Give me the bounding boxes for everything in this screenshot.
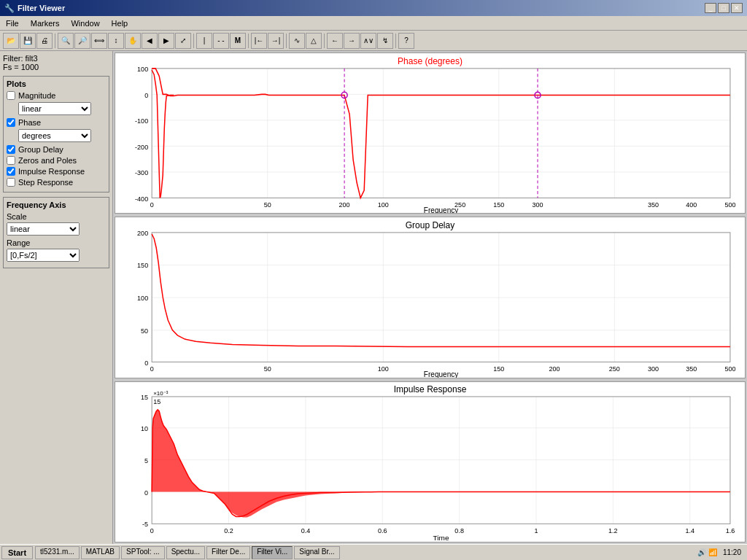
svg-text:150: 150: [493, 201, 504, 209]
taskbar-item-5[interactable]: Filter Vi...: [252, 546, 293, 559]
svg-text:500: 500: [724, 365, 735, 373]
mode1-button[interactable]: ∿: [289, 33, 305, 49]
marker-m-button[interactable]: M: [230, 33, 246, 49]
svg-text:5: 5: [144, 456, 148, 464]
svg-text:100: 100: [378, 365, 389, 373]
taskbar-item-3[interactable]: Spectu...: [166, 546, 205, 559]
phase-unit-select[interactable]: degrees radians: [18, 129, 91, 142]
system-tray: 🔊 📶: [697, 548, 717, 556]
help-button[interactable]: ?: [398, 33, 414, 49]
zeros-poles-row: Zeros and Poles: [7, 156, 106, 165]
pan-button[interactable]: ✋: [125, 33, 141, 49]
svg-text:50: 50: [141, 327, 148, 335]
left-panel: Filter: filt3 Fs = 1000 Plots Magnitude …: [0, 51, 113, 544]
snap-button[interactable]: |←: [251, 33, 267, 49]
svg-text:100: 100: [378, 201, 389, 209]
menu-bar: File Markers Window Help: [0, 16, 747, 31]
zeros-poles-checkbox[interactable]: [7, 156, 15, 165]
plots-group: Plots Magnitude linear dB Phase degrees …: [3, 76, 109, 192]
svg-text:150: 150: [137, 262, 148, 269]
svg-text:150: 150: [493, 365, 504, 373]
step-row: Step Response: [7, 178, 106, 187]
taskbar-item-2[interactable]: SPTool: ...: [121, 546, 165, 559]
marker-dashed-button[interactable]: - -: [213, 33, 229, 49]
arrow-right-button[interactable]: →: [344, 33, 360, 49]
range-label: Range: [7, 238, 106, 247]
svg-text:0.8: 0.8: [454, 527, 464, 534]
taskbar: Start tl5231.m... MATLAB SPTool: ... Spe…: [0, 544, 747, 560]
zoom-in-button[interactable]: 🔍: [58, 33, 74, 49]
forward-button[interactable]: ▶: [158, 33, 174, 49]
maximize-button[interactable]: □: [718, 3, 729, 13]
mode4-button[interactable]: ↯: [377, 33, 393, 49]
magnitude-checkbox[interactable]: [7, 91, 15, 100]
phase-checkbox[interactable]: [7, 118, 15, 127]
svg-text:0: 0: [150, 527, 154, 534]
svg-text:1.2: 1.2: [608, 527, 618, 534]
plots-area: Phase (degrees): [113, 51, 747, 544]
toolbar-sep-5: [324, 34, 325, 48]
close-button[interactable]: ✕: [731, 3, 743, 13]
back-button[interactable]: ◀: [142, 33, 158, 49]
svg-text:50: 50: [264, 365, 271, 373]
phase-row: Phase: [7, 118, 106, 127]
mode2-button[interactable]: △: [306, 33, 322, 49]
svg-text:250: 250: [609, 365, 620, 373]
menu-help[interactable]: Help: [109, 18, 131, 28]
snap2-button[interactable]: →|: [268, 33, 284, 49]
magnitude-scale-select[interactable]: linear dB: [18, 102, 91, 115]
fit-button[interactable]: ⤢: [175, 33, 191, 49]
taskbar-item-6[interactable]: Signal Br...: [294, 546, 339, 559]
svg-text:0.2: 0.2: [224, 527, 233, 534]
svg-rect-65: [115, 382, 745, 542]
zoom-x-button[interactable]: ⟺: [91, 33, 107, 49]
impulse-plot: Impulse Response: [115, 381, 746, 542]
magnitude-label: Magnitude: [18, 91, 55, 100]
svg-text:-200: -200: [135, 143, 148, 150]
taskbar-item-4[interactable]: Filter De...: [206, 546, 250, 559]
arrow-left-button[interactable]: ←: [327, 33, 343, 49]
marker-line-button[interactable]: |: [196, 33, 212, 49]
impulse-checkbox[interactable]: [7, 167, 15, 176]
svg-text:1: 1: [534, 527, 538, 534]
print-button[interactable]: 🖨: [36, 33, 53, 49]
open-button[interactable]: 📂: [3, 33, 19, 49]
svg-text:Impulse Response: Impulse Response: [394, 384, 467, 394]
fs-label: Fs = 1000: [3, 63, 109, 71]
svg-text:Time: Time: [433, 534, 449, 542]
svg-text:1.4: 1.4: [685, 527, 694, 534]
svg-rect-0: [115, 53, 745, 213]
toolbar: 📂 💾 🖨 🔍 🔎 ⟺ ↕ ✋ ◀ ▶ ⤢ | - - M |← →| ∿ △ …: [0, 31, 747, 51]
zoom-y-button[interactable]: ↕: [108, 33, 124, 49]
title-bar-controls[interactable]: _ □ ✕: [705, 3, 743, 13]
svg-text:300: 300: [648, 365, 659, 373]
svg-text:1.6: 1.6: [726, 527, 735, 534]
mode3-button[interactable]: ∧∨: [360, 33, 376, 49]
freq-range-select[interactable]: [0,Fs/2] [0,Fs]: [7, 249, 80, 262]
svg-text:50: 50: [264, 201, 271, 209]
group-delay-checkbox[interactable]: [7, 145, 15, 154]
group-delay-svg: Group Delay 200 1: [115, 217, 745, 377]
menu-markers[interactable]: Markers: [28, 18, 63, 28]
svg-text:200: 200: [137, 230, 148, 237]
magnitude-row: Magnitude: [7, 91, 106, 100]
range-select-row: [0,Fs/2] [0,Fs]: [7, 249, 106, 262]
menu-window[interactable]: Window: [68, 18, 102, 28]
filter-label: Filter: filt3: [3, 54, 109, 63]
svg-text:200: 200: [549, 365, 560, 373]
svg-text:Frequency: Frequency: [424, 370, 459, 377]
save-button[interactable]: 💾: [20, 33, 36, 49]
zoom-out-button[interactable]: 🔎: [74, 33, 90, 49]
start-button[interactable]: Start: [1, 546, 33, 559]
toolbar-sep-6: [395, 34, 396, 48]
app-title: Filter Viewer: [18, 4, 65, 12]
svg-text:-300: -300: [135, 169, 148, 176]
step-checkbox[interactable]: [7, 178, 15, 187]
menu-file[interactable]: File: [3, 18, 22, 28]
svg-text:0.6: 0.6: [378, 527, 387, 534]
taskbar-item-0[interactable]: tl5231.m...: [35, 546, 80, 559]
freq-scale-select[interactable]: linear log: [7, 222, 80, 236]
taskbar-item-1[interactable]: MATLAB: [81, 546, 120, 559]
plots-group-title: Plots: [7, 79, 106, 88]
minimize-button[interactable]: _: [705, 3, 716, 13]
